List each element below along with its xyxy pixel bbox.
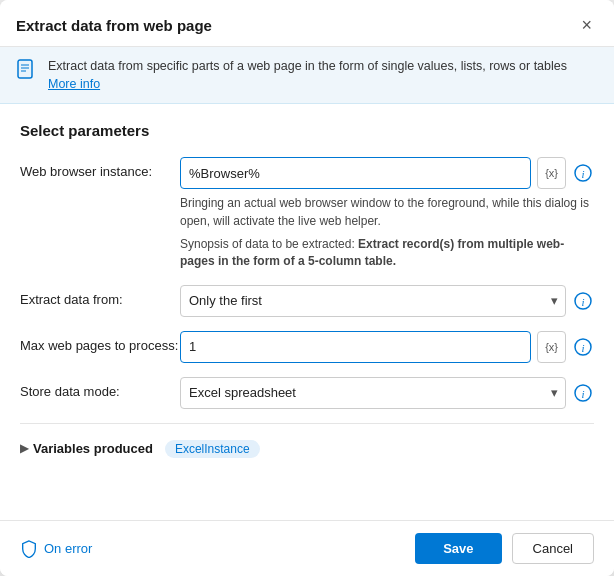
store-select[interactable]: Excel spreadsheet DataTable variable Cus… xyxy=(180,377,566,409)
svg-text:i: i xyxy=(581,387,584,399)
extract-info-button[interactable]: i xyxy=(572,290,594,312)
extract-label: Extract data from: xyxy=(20,285,180,307)
variables-toggle-button[interactable]: ▶ Variables produced xyxy=(20,441,153,456)
extract-select[interactable]: Only the first All Range xyxy=(180,285,566,317)
svg-rect-0 xyxy=(18,60,32,78)
maxpages-var-button[interactable]: {x} xyxy=(537,331,566,363)
browser-param-row: Web browser instance: {x} i Bringing an … xyxy=(20,157,594,271)
store-label: Store data mode: xyxy=(20,377,180,399)
extract-dialog: Extract data from web page × Extract dat… xyxy=(0,0,614,576)
hint2-prefix: Synopsis of data to be extracted: xyxy=(180,237,358,251)
browser-info-button[interactable]: i xyxy=(572,162,594,184)
content-area: Select parameters Web browser instance: … xyxy=(0,104,614,520)
info-banner-icon xyxy=(16,58,38,85)
browser-control-row: {x} i xyxy=(180,157,594,189)
browser-label: Web browser instance: xyxy=(20,157,180,179)
maxpages-control-row: {x} i xyxy=(180,331,594,363)
svg-text:i: i xyxy=(581,341,584,353)
dialog-title: Extract data from web page xyxy=(16,17,212,34)
footer: On error Save Cancel xyxy=(0,520,614,576)
maxpages-control: {x} i xyxy=(180,331,594,363)
store-control-row: Excel spreadsheet DataTable variable Cus… xyxy=(180,377,594,409)
on-error-label: On error xyxy=(44,541,92,556)
svg-text:i: i xyxy=(581,168,584,180)
save-button[interactable]: Save xyxy=(415,533,501,564)
extract-control: Only the first All Range ▾ i xyxy=(180,285,594,317)
store-select-wrapper: Excel spreadsheet DataTable variable Cus… xyxy=(180,377,566,409)
maxpages-label: Max web pages to process: xyxy=(20,331,180,353)
svg-text:i: i xyxy=(581,295,584,307)
close-button[interactable]: × xyxy=(575,14,598,36)
store-param-row: Store data mode: Excel spreadsheet DataT… xyxy=(20,377,594,409)
variables-chevron-icon: ▶ xyxy=(20,442,28,455)
store-info-button[interactable]: i xyxy=(572,382,594,404)
info-banner: Extract data from specific parts of a we… xyxy=(0,47,614,104)
banner-description: Extract data from specific parts of a we… xyxy=(48,59,567,73)
variables-badge: ExcelInstance xyxy=(165,440,260,458)
browser-hint2: Synopsis of data to be extracted: Extrac… xyxy=(180,236,594,271)
variables-label: Variables produced xyxy=(33,441,153,456)
variables-row: ▶ Variables produced ExcelInstance xyxy=(20,434,594,464)
browser-hint1: Bringing an actual web browser window to… xyxy=(180,195,594,230)
footer-actions: Save Cancel xyxy=(415,533,594,564)
section-title: Select parameters xyxy=(20,122,594,139)
maxpages-param-row: Max web pages to process: {x} i xyxy=(20,331,594,363)
cancel-button[interactable]: Cancel xyxy=(512,533,594,564)
more-info-link[interactable]: More info xyxy=(48,77,100,91)
browser-control: {x} i Bringing an actual web browser win… xyxy=(180,157,594,271)
divider xyxy=(20,423,594,424)
maxpages-info-button[interactable]: i xyxy=(572,336,594,358)
browser-var-button[interactable]: {x} xyxy=(537,157,566,189)
extract-control-row: Only the first All Range ▾ i xyxy=(180,285,594,317)
on-error-button[interactable]: On error xyxy=(20,540,92,558)
browser-input[interactable] xyxy=(180,157,531,189)
extract-param-row: Extract data from: Only the first All Ra… xyxy=(20,285,594,317)
maxpages-input[interactable] xyxy=(180,331,531,363)
shield-icon xyxy=(20,540,38,558)
banner-text-wrapper: Extract data from specific parts of a we… xyxy=(48,57,567,93)
title-bar: Extract data from web page × xyxy=(0,0,614,47)
extract-select-wrapper: Only the first All Range ▾ xyxy=(180,285,566,317)
store-control: Excel spreadsheet DataTable variable Cus… xyxy=(180,377,594,409)
